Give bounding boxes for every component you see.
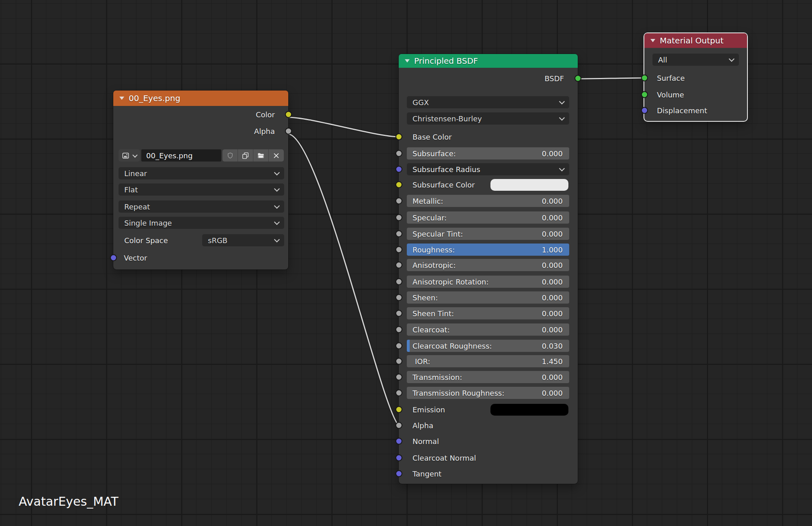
specular-value: 0.000 — [542, 213, 569, 222]
bsdf-output-row: BSDF — [399, 72, 578, 84]
collapse-triangle-icon[interactable] — [405, 59, 410, 63]
specular-tint-slider[interactable]: Specular Tint: 0.000 — [407, 228, 569, 240]
copy-datablock-button[interactable] — [238, 149, 253, 162]
bsdf-output-socket[interactable] — [574, 75, 581, 82]
color-output-socket[interactable] — [285, 111, 292, 118]
sheen-input-socket[interactable] — [395, 294, 402, 301]
emission-input-socket[interactable] — [395, 406, 402, 413]
transmission-slider[interactable]: Transmission: 0.000 — [407, 371, 569, 383]
tangent-input-socket[interactable] — [395, 470, 402, 477]
output-target-value: All — [652, 56, 667, 64]
subsurface-radius-dropdown[interactable]: Subsurface Radius — [407, 163, 569, 175]
transmission-roughness-slider[interactable]: Transmission Roughness: 0.000 — [407, 387, 569, 399]
metallic-input-socket[interactable] — [395, 198, 402, 205]
transmission-roughness-value: 0.000 — [542, 389, 569, 397]
image-name-field[interactable]: 00_Eyes.png — [141, 149, 221, 162]
anisotropic-slider[interactable]: Anisotropic: 0.000 — [407, 259, 569, 271]
sheen-slider[interactable]: Sheen: 0.000 — [407, 291, 569, 304]
clearcoat-normal-input-socket[interactable] — [395, 455, 402, 461]
collapse-triangle-icon[interactable] — [119, 97, 124, 100]
surface-input-label: Surface — [652, 74, 685, 82]
roughness-input-socket[interactable] — [395, 246, 402, 253]
alpha-output-socket[interactable] — [285, 128, 292, 135]
principled-bsdf-node-header[interactable]: Principled BSDF — [399, 54, 578, 68]
source-dropdown[interactable]: Single Image — [119, 217, 284, 229]
displacement-input-socket[interactable] — [641, 107, 648, 114]
chevron-down-icon — [559, 99, 565, 104]
color-output-label: Color — [256, 110, 288, 119]
alpha-output-row: Alpha — [113, 125, 288, 137]
clearcoat-roughness-slider[interactable]: Clearcoat Roughness: 0.030 — [407, 340, 569, 352]
displacement-input-label: Displacement — [652, 106, 707, 115]
roughness-label: Roughness: — [407, 246, 542, 254]
emission-row: Emission — [407, 403, 569, 416]
ior-value: 1.450 — [542, 357, 569, 366]
subsurface-color-input-socket[interactable] — [395, 181, 402, 188]
alpha-input-socket[interactable] — [395, 422, 402, 429]
subsurface-slider[interactable]: Subsurface: 0.000 — [407, 147, 569, 160]
metallic-slider[interactable]: Metallic: 0.000 — [407, 195, 569, 207]
output-target-dropdown[interactable]: All — [652, 54, 739, 66]
transmission-roughness-label: Transmission Roughness: — [407, 389, 542, 397]
material-name-label: AvatarEyes_MAT — [19, 494, 119, 509]
distribution-dropdown[interactable]: GGX — [407, 96, 569, 108]
ior-input-socket[interactable] — [395, 358, 402, 365]
vector-input-row: Vector — [119, 252, 284, 264]
interpolation-dropdown[interactable]: Linear — [119, 167, 284, 179]
folder-icon — [257, 152, 265, 160]
color-space-dropdown[interactable]: sRGB — [202, 234, 284, 246]
clearcoat-input-socket[interactable] — [395, 326, 402, 333]
specular-slider[interactable]: Specular: 0.000 — [407, 211, 569, 224]
clearcoat-roughness-label: Clearcoat Roughness: — [407, 342, 542, 350]
surface-input-socket[interactable] — [641, 75, 648, 82]
anisotropic-value: 0.000 — [542, 261, 569, 269]
normal-input-socket[interactable] — [395, 438, 402, 445]
transmission-input-socket[interactable] — [395, 374, 402, 381]
clearcoat-roughness-value: 0.030 — [542, 342, 569, 350]
chevron-down-icon — [132, 152, 138, 157]
image-action-buttons — [222, 149, 284, 162]
ior-slider[interactable]: IOR: 1.450 — [407, 355, 569, 367]
anisotropic-rotation-slider[interactable]: Anisotropic Rotation: 0.000 — [407, 276, 569, 288]
specular-tint-value: 0.000 — [542, 230, 569, 238]
open-image-button[interactable] — [253, 149, 269, 162]
subsurface-input-socket[interactable] — [395, 150, 402, 157]
subsurface-method-dropdown[interactable]: Christensen-Burley — [407, 112, 569, 125]
sheen-tint-slider[interactable]: Sheen Tint: 0.000 — [407, 307, 569, 319]
vector-input-socket[interactable] — [110, 254, 117, 261]
sheen-label: Sheen: — [407, 293, 542, 302]
unlink-button[interactable] — [269, 149, 284, 162]
material-output-node-header[interactable]: Material Output — [644, 33, 747, 48]
collapse-triangle-icon[interactable] — [650, 39, 655, 42]
clearcoat-slider[interactable]: Clearcoat: 0.000 — [407, 323, 569, 336]
color-output-row: Color — [113, 108, 288, 121]
node-editor-viewport[interactable]: 00_Eyes.png Color Alpha 00_Eyes.png — [0, 0, 812, 526]
volume-input-label: Volume — [652, 91, 684, 99]
extension-dropdown[interactable]: Repeat — [119, 200, 284, 213]
volume-input-socket[interactable] — [641, 91, 648, 98]
metallic-label: Metallic: — [407, 197, 542, 205]
subsurface-radius-input-socket[interactable] — [395, 166, 402, 173]
base-color-input-socket[interactable] — [395, 134, 402, 140]
material-output-node[interactable]: Material Output All Surface Volume Displ… — [644, 33, 747, 121]
emission-color-swatch[interactable] — [490, 404, 568, 416]
principled-bsdf-node[interactable]: Principled BSDF BSDF GGX Christensen-Bur… — [399, 54, 578, 484]
interpolation-value: Linear — [119, 169, 147, 178]
link-color-to-basecolor — [288, 117, 399, 137]
clearcoat-roughness-input-socket[interactable] — [395, 343, 402, 349]
sheen-tint-input-socket[interactable] — [395, 310, 402, 317]
anisotropic-rotation-input-socket[interactable] — [395, 278, 402, 285]
transmission-roughness-input-socket[interactable] — [395, 390, 402, 397]
specular-input-socket[interactable] — [395, 214, 402, 221]
image-texture-node-header[interactable]: 00_Eyes.png — [113, 91, 288, 106]
normal-input-label: Normal — [407, 437, 439, 446]
specular-tint-input-socket[interactable] — [395, 231, 402, 237]
clearcoat-normal-input-label: Clearcoat Normal — [407, 454, 476, 462]
image-texture-node[interactable]: 00_Eyes.png Color Alpha 00_Eyes.png — [113, 91, 288, 269]
subsurface-color-swatch[interactable] — [490, 179, 568, 191]
image-browse-button[interactable] — [119, 149, 140, 162]
roughness-slider[interactable]: Roughness: 1.000 — [407, 244, 569, 256]
projection-dropdown[interactable]: Flat — [119, 183, 284, 196]
fake-user-button[interactable] — [222, 149, 238, 162]
anisotropic-input-socket[interactable] — [395, 262, 402, 269]
